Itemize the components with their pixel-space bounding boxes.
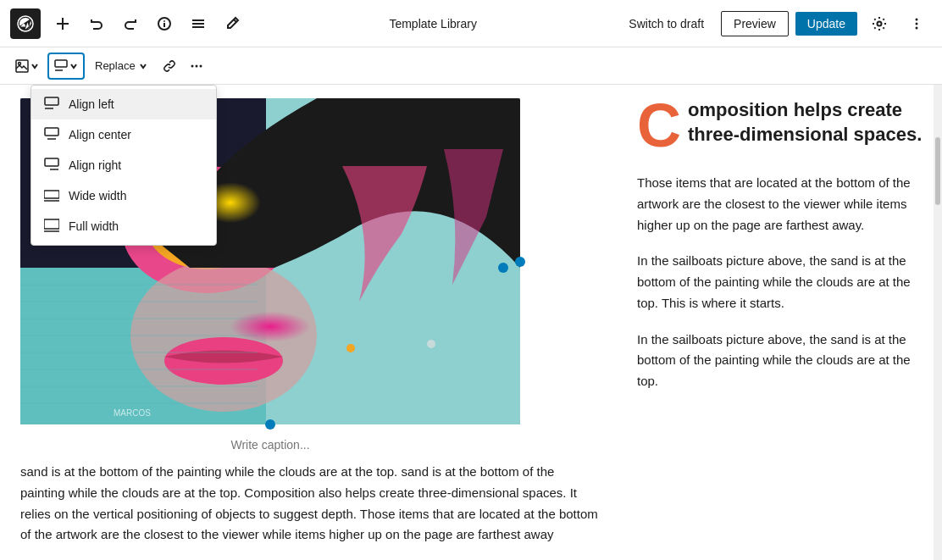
top-bar-right: Switch to draft Preview Update [618, 8, 932, 39]
svg-point-12 [916, 22, 918, 25]
svg-point-51 [427, 340, 435, 348]
svg-point-19 [195, 64, 197, 67]
page-title: Template Library [247, 17, 618, 30]
svg-point-13 [916, 26, 918, 29]
right-content-panel: C omposition helps create three-dimensio… [620, 85, 942, 560]
dots-vertical-icon [909, 16, 924, 31]
svg-point-11 [916, 18, 918, 20]
full-width-option[interactable]: Full width [31, 211, 216, 241]
pencil-icon [224, 16, 240, 31]
align-center-option-label: Align center [69, 128, 131, 141]
svg-rect-23 [45, 128, 58, 136]
svg-line-9 [234, 19, 236, 22]
link-button[interactable] [158, 53, 181, 80]
list-icon [191, 16, 206, 31]
align-center-option[interactable]: Align center [31, 119, 216, 150]
list-view-button[interactable] [183, 8, 213, 39]
more-options-button[interactable] [901, 8, 932, 39]
top-bar-icons [47, 8, 247, 39]
align-left-option-icon [43, 96, 60, 113]
align-left-option[interactable]: Align left [31, 89, 216, 119]
svg-rect-16 [55, 60, 67, 67]
image-icon [15, 59, 29, 73]
chevron-down-icon-2 [69, 62, 78, 70]
svg-point-39 [164, 337, 283, 385]
more-block-options-button[interactable] [185, 53, 208, 80]
replace-label: Replace [95, 59, 136, 72]
wide-width-option-label: Wide width [69, 189, 126, 202]
svg-point-18 [191, 64, 193, 67]
resize-handle-bottom[interactable] [265, 419, 275, 430]
svg-point-49 [498, 263, 508, 273]
svg-point-10 [878, 21, 882, 25]
replace-button[interactable]: Replace [88, 53, 154, 80]
chevron-down-icon-3 [139, 62, 147, 70]
svg-point-5 [164, 20, 165, 21]
dots-horizontal-icon [190, 59, 203, 73]
svg-rect-29 [44, 219, 59, 229]
main-area: Align left Align center Align right [0, 85, 942, 560]
wp-logo [10, 8, 41, 39]
edit-button[interactable] [217, 8, 247, 39]
resize-handle-right[interactable] [515, 257, 525, 267]
svg-rect-21 [45, 97, 58, 105]
drop-cap-letter: C [637, 95, 681, 156]
align-dropdown-menu: Align left Align center Align right [30, 85, 217, 246]
svg-rect-33 [20, 268, 266, 424]
block-toolbar: Replace [0, 47, 942, 85]
chevron-down-icon [30, 62, 39, 70]
align-left-icon [54, 59, 68, 73]
wide-width-option[interactable]: Wide width [31, 180, 216, 211]
plus-icon [55, 16, 70, 31]
info-button[interactable] [149, 8, 180, 39]
top-bar: Template Library Switch to draft Preview… [0, 0, 942, 47]
full-width-option-label: Full width [69, 219, 119, 233]
align-right-option-label: Align right [69, 158, 121, 172]
svg-rect-25 [45, 158, 58, 166]
gear-icon [872, 16, 887, 31]
image-type-button[interactable] [10, 53, 44, 80]
add-block-button[interactable] [47, 8, 78, 39]
drop-cap-block: C omposition helps create three-dimensio… [637, 98, 925, 156]
align-center-option-icon [43, 126, 60, 143]
drop-cap-text: omposition helps create three-dimensiona… [688, 98, 925, 147]
align-right-option[interactable]: Align right [31, 150, 216, 180]
bottom-content-area: sand is at the bottom of the painting wh… [20, 455, 600, 546]
update-button[interactable]: Update [795, 12, 857, 36]
svg-rect-34 [266, 98, 520, 424]
align-left-option-label: Align left [69, 97, 114, 111]
svg-rect-27 [44, 191, 59, 198]
redo-icon [123, 16, 138, 31]
info-icon [157, 16, 172, 31]
image-caption[interactable]: Write caption... [20, 435, 520, 455]
undo-icon [89, 16, 104, 31]
align-right-option-icon [43, 157, 60, 174]
redo-button[interactable] [115, 8, 146, 39]
svg-text:MARCOS: MARCOS [114, 408, 151, 418]
paragraph-1: Those items that are located at the bott… [637, 173, 925, 236]
switch-to-draft-button[interactable]: Switch to draft [618, 12, 714, 36]
align-button[interactable] [47, 53, 85, 80]
link-icon [163, 59, 176, 73]
full-width-option-icon [43, 218, 60, 235]
settings-button[interactable] [864, 8, 895, 39]
svg-point-38 [130, 259, 317, 412]
svg-point-20 [199, 64, 202, 67]
wp-logo-icon [17, 15, 34, 32]
scrollbar-thumb[interactable] [935, 137, 940, 205]
undo-button[interactable] [81, 8, 112, 39]
preview-button[interactable]: Preview [721, 11, 789, 36]
paragraph-2: In the sailboats picture above, the sand… [637, 251, 925, 313]
scrollbar[interactable] [934, 85, 942, 560]
bottom-paragraph-prefix: sand is at the bottom of the painting wh… [20, 464, 401, 479]
svg-point-50 [346, 344, 355, 352]
paragraph-3: In the sailboats picture above, the sand… [637, 330, 925, 392]
wide-width-option-icon [43, 187, 60, 204]
